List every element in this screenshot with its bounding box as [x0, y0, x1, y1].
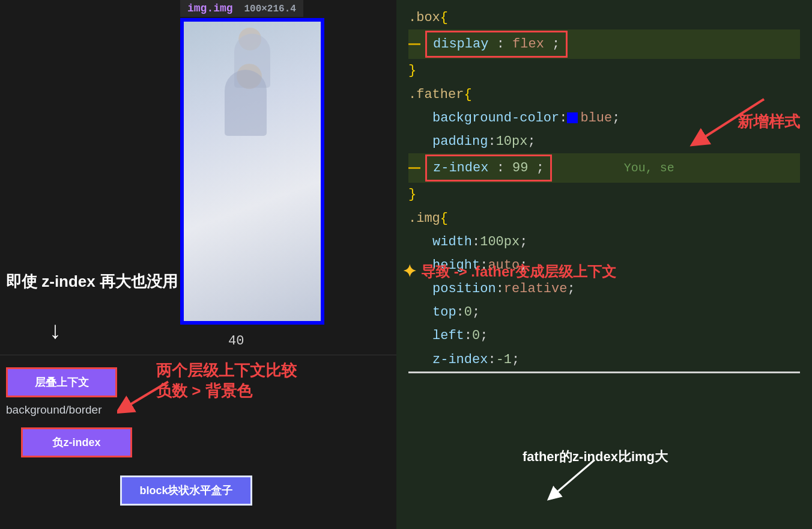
token-colon5: : [472, 231, 480, 252]
block-label: block块状水平盒子 [139, 483, 232, 498]
token-left-0: 0 [472, 325, 480, 346]
img-filename: img.img [187, 2, 233, 14]
code-line-width: width : 100px ; [408, 230, 800, 254]
img-size: 100×216.4 [244, 4, 295, 14]
star-icon: ✦ [402, 261, 416, 281]
token-zindex-neg: z-index [432, 349, 488, 370]
annotation-zindex-useless: 即使 z-index 再大也没用 [6, 271, 178, 292]
token-father-selector: .father [408, 84, 464, 105]
token-width: width [432, 231, 472, 252]
token-colon9: : [464, 325, 472, 346]
annotation-two-context: 两个层级上下文比较 负数 > 背景色 [156, 361, 297, 402]
annotation-father-context-area: ✦ 导致 -> .father变成层级上下文 [402, 261, 616, 281]
token-display: display [433, 37, 488, 52]
code-line-zindex-neg: z-index : -1 ; [408, 348, 800, 373]
zindex-99-boxed: z-index : 99 ; [425, 154, 552, 182]
token-colon7: : [496, 278, 504, 299]
token-close-brace-father: } [408, 184, 416, 205]
code-line-display-flex: display : flex ; [408, 29, 800, 59]
token-bg-color: background-color [432, 108, 559, 129]
img-container [180, 18, 324, 325]
stacking-context-label: 层叠上下文 [35, 375, 89, 390]
white-arrow-zindex-svg [541, 454, 613, 502]
annotation-father-context: 导致 -> .father变成层级上下文 [421, 262, 616, 281]
code-block: .box { display : flex ; } .father { back… [396, 0, 812, 379]
token-relative: relative [504, 278, 568, 299]
code-line-zindex-99: z-index : 99 ; You, se [408, 153, 800, 183]
token-colon1: : [497, 37, 512, 52]
red-arrow-new-style-svg [650, 93, 782, 153]
code-line-close-box: } [408, 59, 800, 82]
token-comment-you: You, se [624, 159, 674, 178]
token-semi1: ; [552, 37, 560, 52]
svg-line-0 [123, 382, 168, 409]
token-semi7: ; [567, 278, 575, 299]
token-open-brace: { [440, 7, 448, 28]
token-neg1: -1 [496, 349, 512, 370]
code-line-close-father: } [408, 183, 800, 206]
token-open-brace-img: { [440, 208, 448, 229]
photo-simulation [184, 22, 321, 321]
token-box-selector: .box [408, 7, 440, 28]
block-box: block块状水平盒子 [120, 475, 252, 506]
token-position: position [432, 278, 496, 299]
token-colon3: : [488, 131, 495, 152]
token-open-brace-father: { [464, 84, 471, 105]
token-semi2: ; [612, 108, 620, 129]
token-semi10: ; [512, 349, 520, 370]
token-semi8: ; [472, 302, 480, 323]
token-top: top [432, 302, 456, 323]
token-top-0: 0 [464, 302, 472, 323]
token-img-selector: .img [408, 208, 440, 229]
token-colon4: : [497, 161, 512, 176]
token-blue: blue [580, 108, 612, 129]
token-colon10: : [488, 349, 495, 370]
img-info-bar: img.img 100×216.4 [180, 0, 303, 17]
token-99: 99 [512, 161, 528, 176]
token-flex: flex [512, 37, 544, 52]
neg-label: 负z-index [52, 435, 100, 450]
token-padding: padding [432, 131, 488, 152]
right-panel: .box { display : flex ; } .father { back… [396, 0, 812, 529]
token-zindex: z-index [433, 161, 488, 176]
yellow-bar [408, 43, 420, 45]
annotation-two: 两个层级上下文比较 [156, 361, 297, 379]
yellow-bar2 [408, 167, 420, 169]
left-panel: img.img 100×216.4 即使 z-index 再大也没用 ↓ 40 … [0, 0, 396, 529]
code-line-left: left : 0 ; [408, 324, 800, 347]
token-semi5: ; [520, 231, 527, 252]
svg-line-2 [553, 460, 595, 496]
bg-border-text: background/border [6, 403, 102, 417]
neg-zindex-box: 负z-index [21, 427, 132, 457]
number-40: 40 [228, 334, 244, 349]
token-semi3: ; [527, 131, 535, 152]
token-close-brace-box: } [408, 60, 416, 81]
token-colon8: : [456, 302, 464, 323]
code-line-top: top : 0 ; [408, 301, 800, 324]
svg-line-1 [698, 99, 764, 141]
photo-figure2 [225, 70, 267, 136]
token-100px: 100px [480, 231, 520, 252]
arrow-down-icon: ↓ [48, 319, 62, 346]
blue-square-icon [567, 112, 578, 123]
token-padding-val: 10px [496, 131, 528, 152]
token-colon2: : [559, 108, 567, 129]
token-left: left [432, 325, 464, 346]
token-semi9: ; [480, 325, 488, 346]
code-line-img-selector: .img { [408, 207, 800, 230]
display-flex-boxed: display : flex ; [425, 31, 568, 58]
red-arrow-diagram-svg [117, 376, 171, 418]
stacking-context-box: 层叠上下文 [6, 367, 117, 397]
code-line-box-selector: .box { [408, 6, 800, 29]
token-semi4: ; [536, 161, 544, 176]
